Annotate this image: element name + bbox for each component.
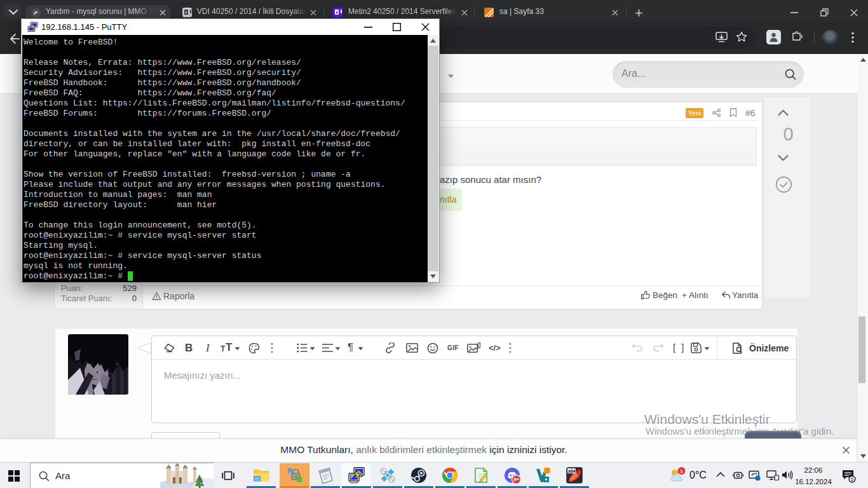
svg-text:5: 5: [851, 477, 854, 482]
svg-text:9+: 9+: [513, 477, 519, 482]
svg-text:x64: x64: [568, 469, 576, 473]
svg-text:1: 1: [680, 468, 683, 474]
